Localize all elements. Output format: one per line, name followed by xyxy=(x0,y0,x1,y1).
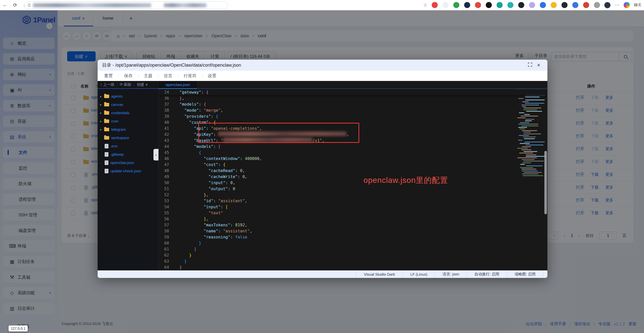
editor-scrollbar[interactable] xyxy=(544,151,547,214)
minimap-line xyxy=(526,156,545,157)
tree-item-openclaw.json[interactable]: openclaw.json xyxy=(98,158,158,167)
tree-item-telegram[interactable]: ▸telegram xyxy=(98,125,158,134)
editor-tab-openclaw-json[interactable]: openclaw.json xyxy=(158,81,197,89)
code-line-53: 53 "id": "assistant", xyxy=(158,198,547,204)
minimap-line xyxy=(523,175,543,176)
code-line-49: 49 "cacheWrite": 0, xyxy=(158,174,547,180)
line-number: 59 xyxy=(158,234,175,240)
minimap-line xyxy=(522,106,526,107)
tree-item-cron[interactable]: ▸cron xyxy=(98,117,158,125)
line-number: 58 xyxy=(158,228,175,234)
tree-up-button[interactable]: ↑ 上一级 xyxy=(100,82,114,87)
minimap-line xyxy=(521,149,531,150)
line-number: 52 xyxy=(158,192,175,198)
close-icon[interactable]: ✕ xyxy=(534,63,543,68)
extension-icon[interactable] xyxy=(561,2,568,8)
folder-icon xyxy=(104,95,109,98)
editor-tab-bar: openclaw.json xyxy=(158,81,547,89)
extension-icon[interactable] xyxy=(583,2,589,8)
tree-item-agents[interactable]: ▸agents xyxy=(98,92,158,100)
editor-toolbar-行尾符[interactable]: 行尾符 xyxy=(178,73,202,79)
tree-item-label: canvas xyxy=(111,102,123,107)
tree-item-canvas[interactable]: ▸canvas xyxy=(98,100,158,109)
code-line-63: 63 } xyxy=(158,258,547,264)
extension-icon[interactable] xyxy=(497,2,503,8)
tree-refresh-button[interactable]: ⟳ 刷新 xyxy=(120,82,132,87)
tree-item-update-check.json[interactable]: update-check.json xyxy=(98,167,158,175)
status-segment: 缩略图: 启用 xyxy=(507,271,543,278)
extension-icon[interactable] xyxy=(442,2,449,8)
minimap-line xyxy=(520,122,529,123)
tree-item-credentials[interactable]: ▸credentials xyxy=(98,109,158,117)
extension-icons xyxy=(432,2,600,8)
line-number: 51 xyxy=(158,186,175,192)
folder-icon xyxy=(104,136,109,140)
extension-icon[interactable] xyxy=(572,2,578,8)
extension-icon[interactable] xyxy=(594,2,600,8)
file-icon xyxy=(105,152,108,157)
tree-item-.gitkeep[interactable]: .gitkeep xyxy=(98,150,158,158)
extension-icon[interactable] xyxy=(464,2,470,8)
code-area[interactable]: 24 "gateway": {36 },37 "models": {38 "mo… xyxy=(158,89,547,270)
browser-refresh-icon[interactable]: ⟳ xyxy=(12,2,19,9)
minimap-line xyxy=(526,165,543,166)
folder-icon xyxy=(104,119,109,123)
chat-label[interactable]: 聊天 xyxy=(634,3,641,8)
extension-icon[interactable] xyxy=(551,2,557,8)
extension-icon[interactable] xyxy=(453,2,459,8)
line-number: 37 xyxy=(158,101,175,107)
tree-create-button[interactable]: 创建 ∨ xyxy=(137,82,148,87)
annotation-text: openclaw.json里的配置 xyxy=(364,175,448,186)
minimap-line xyxy=(524,138,535,139)
extension-icon[interactable] xyxy=(507,2,513,8)
tree-collapse-button[interactable]: « xyxy=(153,149,158,160)
line-number: 55 xyxy=(158,210,175,216)
status-segment: 语言: json xyxy=(435,271,467,278)
minimap-line xyxy=(522,159,535,160)
minimap-line xyxy=(518,140,522,141)
url-bar[interactable] xyxy=(24,1,228,9)
code-line-36: 36 }, xyxy=(158,95,547,101)
editor-toolbar-设置[interactable]: 设置 xyxy=(202,73,222,79)
code-line-51: 51 "output": 0 xyxy=(158,186,547,192)
minimap-line xyxy=(519,135,529,136)
editor-toolbar-语言[interactable]: 语言 xyxy=(158,73,178,79)
code-editor[interactable]: openclaw.json 24 "gateway": {36 },37 "mo… xyxy=(158,81,547,270)
expand-arrow-icon: ▸ xyxy=(100,103,104,106)
status-segment: LF (Linux) xyxy=(403,271,435,278)
browser-back-icon[interactable]: ← xyxy=(2,2,9,9)
code-line-54: 54 "input": [ xyxy=(158,204,547,210)
browser-menu-icon[interactable]: ⋯ xyxy=(615,2,619,8)
extension-icon[interactable] xyxy=(432,2,438,8)
extension-icon[interactable] xyxy=(540,2,546,8)
line-number: 56 xyxy=(158,216,175,222)
chat-swirl-icon[interactable] xyxy=(624,2,630,8)
code-line-57: 57 "maxTokens": 8192, xyxy=(158,222,547,228)
profile-avatar[interactable] xyxy=(604,2,611,8)
fullscreen-icon[interactable] xyxy=(526,62,534,68)
minimap[interactable] xyxy=(515,90,543,177)
minimap-line xyxy=(517,148,528,149)
bookmark-star-icon[interactable]: ☆ xyxy=(423,2,427,8)
minimap-line xyxy=(522,174,538,174)
code-line-60: 60 } xyxy=(158,240,547,246)
editor-toolbar-保存[interactable]: 保存 xyxy=(118,73,138,79)
minimap-line xyxy=(525,100,545,100)
line-number: 57 xyxy=(158,222,175,228)
tree-item-workspace[interactable]: workspace xyxy=(98,134,158,142)
line-number: 50 xyxy=(158,180,175,186)
extension-icon[interactable] xyxy=(486,2,492,8)
extension-icon[interactable] xyxy=(475,2,481,8)
editor-toolbar-主题[interactable]: 主题 xyxy=(138,73,158,79)
code-line-64: 64 } xyxy=(158,264,547,270)
tree-item-label: .gitkeep xyxy=(110,152,124,156)
editor-toolbar-重置[interactable]: 重置 xyxy=(99,73,118,79)
code-line-58: 58 "name": "assistant", xyxy=(158,228,547,234)
tree-item-.env[interactable]: .env xyxy=(98,142,158,150)
minimap-line xyxy=(526,145,543,145)
minimap-line xyxy=(526,154,536,155)
minimap-line xyxy=(518,124,539,124)
minimap-line xyxy=(517,117,526,118)
extension-icon[interactable] xyxy=(518,2,524,8)
extension-icon[interactable] xyxy=(529,2,535,8)
